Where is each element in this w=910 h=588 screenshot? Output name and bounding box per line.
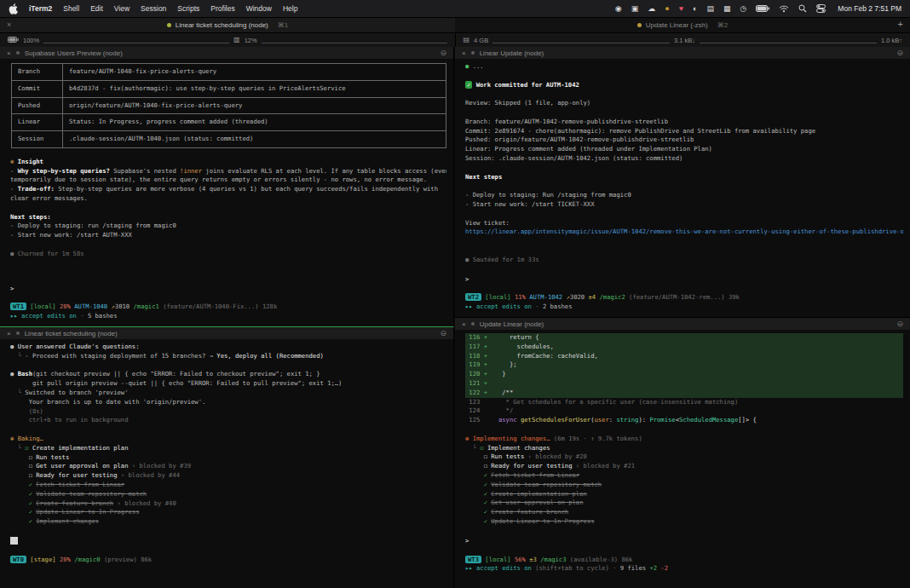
battery-icon[interactable] — [756, 5, 769, 12]
keyboard-icon[interactable]: ▦ — [723, 5, 731, 13]
search-icon[interactable] — [798, 4, 807, 13]
tab-bar: × Linear ticket scheduling (node) ⌘1 Upd… — [0, 17, 910, 32]
pane-title: Linear Update (node) — [480, 49, 544, 57]
session-indicator-icon — [16, 331, 20, 335]
cpu-graph — [262, 37, 447, 43]
terminal-output[interactable]: ● User answered Claude's questions: └ - … — [0, 339, 453, 588]
cpu-icon: ▥ — [233, 37, 240, 43]
heart-icon[interactable]: ♥ — [679, 5, 683, 13]
prompt-and-statusline[interactable]: > WT3 [local] 56% ±3 /magic3 (available-… — [465, 537, 903, 583]
memory-icon: ▤ — [464, 37, 470, 43]
menu-profiles[interactable]: Profiles — [210, 4, 234, 13]
menu-shell[interactable]: Shell — [63, 4, 79, 13]
tab-shortcut: ⌘1 — [278, 21, 288, 29]
network-download: 3.1 kB↓ — [674, 37, 695, 44]
terminal-output[interactable]: 116 + return { 117 + schedules, 118 + fr… — [455, 330, 910, 588]
docker-icon[interactable]: ☁ — [648, 5, 655, 13]
output-lines: 116 + return { 117 + schedules, 118 + fr… — [465, 333, 903, 527]
menu-scripts[interactable]: Scripts — [177, 4, 199, 13]
pane-linear-update[interactable]: × Linear Update (node) ⊖ ● ... ✓ Work co… — [455, 47, 910, 317]
status-bar-right: ▤ 4 GB 3.1 kB↓ 1.0 kB↑ — [456, 33, 910, 47]
network-upload: 1.0 kB↑ — [881, 37, 902, 44]
terminal-output[interactable]: Branchfeature/AUTM-1040-fix-price-alerts… — [0, 59, 453, 326]
wifi-icon[interactable] — [779, 5, 789, 13]
output-lines: ✻ Insight- Why step-by-step queries? Sup… — [10, 148, 446, 259]
tab-update-linear[interactable]: Update Linear (-zsh) ⌘2 — [455, 18, 910, 32]
iterm-status-bar: 100% ▥ 12% ▤ 4 GB 3.1 kB↓ 1.0 kB↑ — [0, 32, 910, 47]
iterm2-window: iTerm2 Shell Edit View Session Scripts P… — [0, 0, 910, 588]
pane-update-linear[interactable]: × Update Linear (node) ⊖ 116 + return { … — [455, 317, 910, 588]
session-indicator-icon — [471, 51, 475, 55]
menu-help[interactable]: Help — [283, 4, 297, 13]
tab-title: Update Linear (-zsh) — [646, 21, 708, 29]
commit-summary-table: Branchfeature/AUTM-1040-fix-price-alerts… — [11, 63, 446, 148]
pane-titlebar: × Supabase Users Preview (node) ⊖ — [0, 47, 453, 59]
menu-bar-clock[interactable]: Mon Feb 2 7:51 PM — [838, 4, 901, 13]
maximize-pane-icon[interactable]: ⊖ — [440, 329, 446, 337]
battery-graph — [43, 37, 229, 43]
menu-bar: iTerm2 Shell Edit View Session Scripts P… — [0, 0, 910, 17]
maximize-pane-icon[interactable]: ⊖ — [896, 49, 903, 57]
session-indicator-icon — [471, 322, 475, 326]
menu-bar-menus: iTerm2 Shell Edit View Session Scripts P… — [9, 3, 297, 14]
network-down-graph — [700, 37, 877, 43]
menu-bar-status-items: ◉ ▣ ☁ ● ♥ ◐ ▤ ▦ ◷ Mon Feb 2 7:51 PM — [615, 4, 901, 13]
maximize-pane-icon[interactable]: ⊖ — [896, 320, 903, 328]
menu-session[interactable]: Session — [141, 4, 166, 13]
memory-value: 4 GB — [474, 37, 488, 44]
pane-title: Linear ticket scheduling (node) — [25, 330, 118, 337]
close-pane-icon[interactable]: × — [7, 330, 11, 337]
pane-grid: × Supabase Users Preview (node) ⊖ Branch… — [0, 47, 910, 588]
tab-close-icon[interactable]: × — [7, 21, 11, 29]
moon-icon[interactable]: ◐ — [693, 5, 697, 13]
pane-supabase-users-preview[interactable]: × Supabase Users Preview (node) ⊖ Branch… — [0, 47, 454, 326]
close-pane-icon[interactable]: × — [7, 49, 11, 57]
tab-shortcut: ⌘2 — [717, 21, 728, 29]
display-icon[interactable]: ▣ — [631, 5, 639, 13]
maximize-pane-icon[interactable]: ⊖ — [440, 49, 446, 57]
output-lines: ● User answered Claude's questions: └ - … — [10, 343, 446, 527]
menu-window[interactable]: Window — [246, 4, 272, 13]
prompt-and-statusline[interactable]: > WT1 [local] 20% AUTM-1040 ↗3010 /magic… — [10, 285, 446, 321]
terminal-output[interactable]: ● ... ✓ Work committed for AUTM-1042 Rev… — [455, 59, 910, 317]
pane-title: Update Linear (node) — [480, 320, 544, 328]
battery-indicator-icon — [8, 37, 19, 44]
close-pane-icon[interactable]: × — [462, 320, 466, 328]
memory-graph — [492, 37, 670, 43]
cpu-percent: 12% — [245, 37, 257, 44]
tab-activity-icon — [167, 23, 171, 27]
tab-title: Linear ticket scheduling (node) — [176, 21, 268, 29]
prompt-and-statusline[interactable]: > WT2 [local] 11% AUTM-1042 ↗3020 ±4 /ma… — [465, 275, 903, 312]
prompt-and-statusline[interactable]: WT0 [stage] 20% /magic0 (preview) 86k — [10, 537, 446, 583]
pane-titlebar: × Linear ticket scheduling (node) ⊖ — [0, 327, 453, 339]
tab-linear-ticket-scheduling[interactable]: Linear ticket scheduling (node) ⌘1 — [0, 18, 455, 32]
app-menu[interactable]: iTerm2 — [29, 4, 52, 13]
pane-linear-ticket-scheduling[interactable]: × Linear ticket scheduling (node) ⊖ ● Us… — [0, 326, 454, 588]
shortcuts-icon[interactable]: ◉ — [615, 5, 622, 13]
chip-icon[interactable]: ▤ — [706, 5, 714, 13]
close-pane-icon[interactable]: × — [462, 49, 466, 57]
pane-titlebar: × Update Linear (node) ⊖ — [455, 318, 910, 330]
app-dot-icon[interactable]: ● — [665, 5, 669, 13]
battery-percent: 100% — [23, 37, 39, 44]
output-lines: ● ... ✓ Work committed for AUTM-1042 Rev… — [465, 62, 903, 265]
menu-view[interactable]: View — [114, 4, 130, 13]
pane-title: Supabase Users Preview (node) — [25, 49, 123, 57]
new-tab-button[interactable]: + — [898, 20, 903, 29]
clock-widget-icon[interactable]: ◷ — [740, 5, 746, 13]
status-bar-left: 100% ▥ 12% — [0, 33, 456, 47]
control-center-icon[interactable] — [816, 4, 826, 13]
tab-activity-icon — [637, 23, 642, 27]
session-indicator-icon — [16, 51, 20, 55]
apple-menu-icon[interactable] — [9, 3, 18, 14]
pane-titlebar: × Linear Update (node) ⊖ — [455, 47, 910, 59]
menu-edit[interactable]: Edit — [90, 4, 103, 13]
